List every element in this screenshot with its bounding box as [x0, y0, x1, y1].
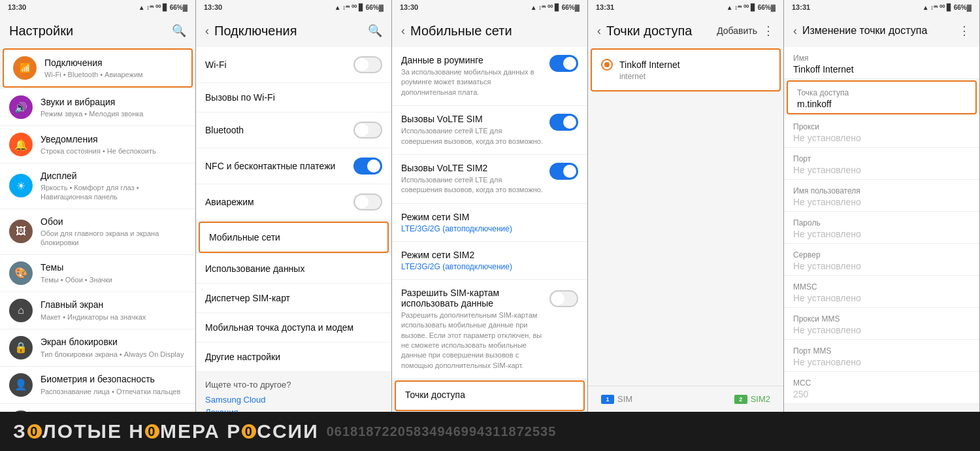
search-icon-connections[interactable]: 🔍	[368, 24, 382, 38]
netmode1-item[interactable]: Режим сети SIM LTE/3G/2G (автоподключени…	[392, 204, 587, 242]
apn-field-username[interactable]: Имя пользователя Не установлено	[784, 180, 979, 212]
wifi-toggle[interactable]	[353, 56, 382, 73]
netmode2-title: Режим сети SIM2	[401, 250, 578, 260]
editapn-title: Изменение точки доступа	[802, 25, 953, 37]
screen-edit-apn: 13:31 ▲ ↕ᵐ ⁰⁰ ▊ 66%▓ ‹ Изменение точки д…	[784, 0, 980, 412]
bluetooth-toggle[interactable]	[353, 122, 382, 139]
mobilenets-label: Мобильные сети	[209, 232, 280, 242]
apn-field-port[interactable]: Порт Не установлено	[784, 148, 979, 180]
more-icon-editapn[interactable]: ⋮	[958, 24, 970, 38]
settings-item-privacy[interactable]: 🛡 Конфиденциальность	[0, 404, 195, 412]
bluetooth-item[interactable]: Bluetooth	[196, 112, 391, 148]
volte2-item[interactable]: Вызовы VoLTE SIM2 Использование сетей LT…	[392, 155, 587, 204]
editapn-fields: Имя Tinkoff Internet Точка доступа m.tin…	[784, 47, 979, 412]
settings-item-display[interactable]: ☀ Дисплей Яркость • Комфорт для глаз • Н…	[0, 163, 195, 209]
apn-field-mmsport[interactable]: Порт MMS Не установлено	[784, 340, 979, 372]
mmsport-placeholder: Не установлено	[793, 357, 970, 367]
settings-list: 📶 Подключения Wi-Fi • Bluetooth • Авиаре…	[0, 47, 195, 412]
mmsport-label: Порт MMS	[793, 346, 970, 356]
mobilenets-page-title: Мобильные сети	[410, 24, 578, 39]
other-item[interactable]: Другие настройки	[196, 342, 391, 372]
settings-item-home[interactable]: ⌂ Главный экран Макет • Индикаторы на зн…	[0, 292, 195, 329]
more-icon-ap[interactable]: ⋮	[762, 24, 774, 38]
nfc-item[interactable]: NFC и бесконтактные платежи	[196, 148, 391, 184]
sim1-tab[interactable]: 1 SIM	[601, 394, 632, 404]
username-placeholder: Не установлено	[793, 197, 970, 207]
settings-item-themes[interactable]: 🎨 Темы Темы • Обои • Значки	[0, 255, 195, 292]
back-arrow-editapn[interactable]: ‹	[793, 24, 797, 38]
tinkoff-ap-item[interactable]: Tinkoff Internet internet	[591, 48, 781, 92]
apn-value: m.tinkoff	[797, 99, 966, 109]
add-ap-button[interactable]: Добавить	[717, 25, 757, 36]
allowsimdata-item[interactable]: Разрешить SIM-картам использовать данные…	[392, 280, 587, 379]
footer-banner: З0ЛОТЫЕ Н0МЕРА Р0ССИИ 061818722058349469…	[0, 412, 980, 451]
apn-field-mmsc[interactable]: MMSC Не установлено	[784, 276, 979, 308]
flightmode-item[interactable]: Авиарежим	[196, 184, 391, 220]
port-placeholder: Не установлено	[793, 165, 970, 175]
hotspot-item[interactable]: Мобильная точка доступа и модем	[196, 313, 391, 342]
bio-icon: 👤	[9, 373, 33, 397]
settings-title: Настройки	[9, 24, 172, 39]
settings-item-connections[interactable]: 📶 Подключения Wi-Fi • Bluetooth • Авиаре…	[3, 48, 193, 88]
aplist-title: Точки доступа	[606, 24, 717, 39]
settings-item-notifications[interactable]: 🔔 Уведомления Строка состояния • Не бесп…	[0, 126, 195, 163]
wificalling-item[interactable]: Вызовы по Wi-Fi	[196, 83, 391, 112]
samsung-cloud-link[interactable]: Samsung Cloud	[205, 395, 382, 405]
datausage-item[interactable]: Использование данных	[196, 254, 391, 284]
settings-item-sounds[interactable]: 🔊 Звуки и вибрация Режим звука • Мелодия…	[0, 89, 195, 126]
simmanager-item[interactable]: Диспетчер SIM-карт	[196, 284, 391, 313]
allowsim-toggle[interactable]	[549, 290, 578, 307]
allowsim-desc: Разрешить дополнительным SIM-картам испо…	[401, 310, 544, 371]
sim2-label: SIM2	[751, 394, 770, 404]
dataroaming-toggle[interactable]	[549, 55, 578, 72]
accesspoints-title: Точки доступа	[405, 390, 574, 400]
settings-item-lockscreen[interactable]: 🔒 Экран блокировки Тип блокировки экрана…	[0, 329, 195, 367]
time-3: 13:30	[400, 3, 418, 11]
screen-connections: 13:30 ▲ ↕ᵐ ⁰⁰ ▊ 66%▓ ‹ Подключения 🔍 Wi-…	[196, 0, 392, 412]
password-label: Пароль	[793, 218, 970, 227]
apn-field-mcc[interactable]: MCC 250	[784, 372, 979, 404]
connections-icon: 📶	[13, 56, 37, 80]
netmode1-title: Режим сети SIM	[401, 212, 578, 222]
sounds-icon: 🔊	[9, 95, 33, 119]
topbar-settings: Настройки 🔍	[0, 14, 195, 47]
status-bar-1: 13:30 ▲ ↕ᵐ ⁰⁰ ▊ 66%▓	[0, 0, 195, 14]
status-bar-5: 13:31 ▲ ↕ᵐ ⁰⁰ ▊ 66%▓	[784, 0, 979, 14]
home-title: Главный экран	[41, 299, 186, 310]
apn-field-proxy[interactable]: Прокси Не установлено	[784, 116, 979, 148]
settings-item-wallpaper[interactable]: 🖼 Обои Обои для главного экрана и экрана…	[0, 209, 195, 255]
volte2-toggle[interactable]	[549, 163, 578, 180]
mobilenets-item[interactable]: Мобильные сети	[199, 222, 389, 253]
ap-bottom-bar: 1 SIM 2 SIM2	[588, 386, 783, 412]
apn-field-name[interactable]: Имя Tinkoff Internet	[784, 47, 979, 79]
search-icon[interactable]: 🔍	[172, 24, 186, 38]
sim1-label: SIM	[617, 394, 632, 404]
netmode2-item[interactable]: Режим сети SIM2 LTE/3G/2G (автоподключен…	[392, 242, 587, 280]
apn-field-mmsproxy[interactable]: Прокси MMS Не установлено	[784, 308, 979, 340]
dataroaming-item[interactable]: Данные в роуминге За использование мобил…	[392, 47, 587, 106]
footer-accent-o1: 0	[27, 424, 42, 439]
volte1-item[interactable]: Вызовы VoLTE SIM Использование сетей LTE…	[392, 106, 587, 155]
footer-numbers: 06181872205834946994311872535	[327, 424, 557, 439]
connections-list: Wi-Fi Вызовы по Wi-Fi Bluetooth NFC и бе…	[196, 47, 391, 412]
mmsc-label: MMSC	[793, 282, 970, 292]
notif-title: Уведомления	[41, 133, 186, 145]
sounds-subtitle: Режим звука • Мелодия звонка	[41, 109, 186, 118]
wifi-item[interactable]: Wi-Fi	[196, 47, 391, 83]
flightmode-toggle[interactable]	[353, 193, 382, 210]
back-arrow-mobile[interactable]: ‹	[401, 24, 405, 38]
volte1-toggle[interactable]	[549, 114, 578, 131]
apn-field-server[interactable]: Сервер Не установлено	[784, 244, 979, 276]
back-arrow-connections[interactable]: ‹	[205, 24, 209, 38]
status-icons-4: ▲ ↕ᵐ ⁰⁰ ▊ 66%▓	[727, 4, 776, 11]
connections-subtitle: Wi-Fi • Bluetooth • Авиарежим	[44, 70, 182, 79]
nfc-toggle[interactable]	[353, 158, 382, 175]
time-1: 13:30	[8, 3, 26, 11]
back-arrow-ap[interactable]: ‹	[597, 24, 601, 38]
apn-field-apn[interactable]: Точка доступа m.tinkoff	[787, 80, 977, 114]
apn-field-password[interactable]: Пароль Не установлено	[784, 212, 979, 244]
settings-item-biometrics[interactable]: 👤 Биометрия и безопасность Распознавание…	[0, 367, 195, 404]
location-link[interactable]: Локация	[205, 407, 382, 412]
accesspoints-item[interactable]: Точки доступа	[395, 380, 585, 411]
sim2-tab[interactable]: 2 SIM2	[734, 394, 770, 404]
